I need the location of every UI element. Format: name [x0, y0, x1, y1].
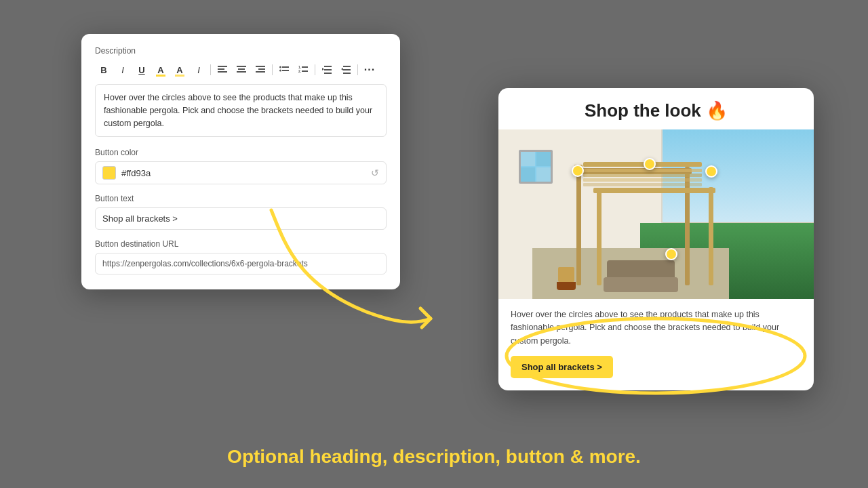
toolbar-divider — [210, 64, 211, 75]
button-color-label: Button color — [95, 148, 387, 157]
italic-button[interactable]: I — [114, 61, 132, 79]
beam-front-top — [593, 188, 715, 193]
hotspot-2[interactable] — [644, 158, 656, 170]
align-left-button[interactable] — [214, 61, 231, 79]
post-back-left — [576, 170, 581, 285]
svg-rect-22 — [343, 69, 351, 70]
align-center-button[interactable] — [233, 61, 250, 79]
refresh-icon[interactable]: ↺ — [371, 167, 379, 178]
svg-rect-17 — [324, 66, 332, 67]
button-text-label: Button text — [95, 194, 387, 203]
panel-label: Description — [95, 46, 387, 56]
svg-rect-21 — [343, 66, 351, 67]
plant-pot — [556, 267, 576, 291]
svg-rect-0 — [218, 66, 227, 67]
hotspot-3[interactable] — [705, 165, 717, 178]
preview-body: Hover over the circles above to see the … — [498, 299, 814, 390]
color-swatch — [102, 166, 116, 180]
toolbar-divider2 — [272, 64, 273, 75]
svg-rect-19 — [324, 73, 332, 74]
svg-rect-10 — [282, 66, 289, 68]
svg-rect-8 — [256, 71, 265, 73]
svg-marker-20 — [322, 68, 324, 70]
font-color-button[interactable]: A — [152, 61, 170, 79]
button-text-input[interactable] — [95, 207, 387, 230]
preview-button[interactable]: Shop all brackets > — [511, 356, 613, 378]
svg-rect-7 — [258, 68, 265, 70]
svg-rect-18 — [324, 69, 332, 70]
svg-rect-12 — [282, 70, 289, 71]
hotspot-4[interactable] — [665, 248, 677, 260]
post-front-left — [597, 190, 601, 285]
toolbar: B I U A A I 1.2. — [95, 61, 387, 79]
svg-rect-6 — [256, 66, 265, 67]
preview-heading: Shop the look 🔥 — [498, 88, 814, 129]
description-editor[interactable]: Hover over the circles above to see the … — [95, 84, 387, 137]
slat-row-2 — [583, 169, 702, 172]
svg-rect-4 — [238, 68, 245, 70]
color-hex-value: #ffd93a — [121, 168, 151, 178]
highlight-button[interactable]: A — [171, 61, 189, 79]
color-picker-row[interactable]: #ffd93a ↺ — [95, 161, 387, 184]
preview-panel: Shop the look 🔥 — [498, 88, 814, 390]
post-front-right — [709, 187, 713, 285]
underline-button[interactable]: U — [133, 61, 151, 79]
svg-rect-23 — [343, 73, 351, 74]
indent-in-button[interactable] — [337, 61, 355, 79]
preview-image — [498, 129, 814, 299]
button-url-label: Button destination URL — [95, 239, 387, 249]
svg-rect-3 — [237, 66, 246, 67]
svg-text:2.: 2. — [298, 69, 302, 73]
hotspot-1[interactable] — [572, 165, 584, 177]
slat-row-4 — [583, 178, 702, 182]
bold-button[interactable]: B — [95, 61, 113, 79]
svg-point-11 — [279, 70, 281, 72]
svg-marker-24 — [341, 68, 343, 70]
slat-row-1 — [583, 162, 702, 167]
button-url-input[interactable] — [95, 253, 387, 274]
bottom-tagline: Optional heading, description, button & … — [0, 446, 868, 468]
sofa-seat — [604, 277, 678, 292]
svg-rect-5 — [237, 71, 246, 73]
svg-rect-2 — [218, 71, 227, 73]
numbered-list-button[interactable]: 1.2. — [294, 61, 312, 79]
svg-rect-1 — [218, 68, 224, 70]
slat-row-3 — [583, 174, 702, 177]
italic2-button[interactable]: I — [190, 61, 208, 79]
bullet-list-button[interactable] — [275, 61, 293, 79]
window — [519, 150, 553, 184]
slat-row-5 — [583, 183, 702, 186]
svg-rect-14 — [302, 66, 308, 68]
svg-point-9 — [279, 66, 281, 68]
toolbar-divider3 — [315, 64, 315, 75]
more-options-button[interactable]: ··· — [361, 61, 378, 79]
toolbar-divider4 — [357, 64, 358, 75]
indent-out-button[interactable] — [318, 61, 336, 79]
svg-rect-16 — [302, 70, 308, 72]
align-right-button[interactable] — [252, 61, 269, 79]
preview-description: Hover over the circles above to see the … — [511, 308, 802, 348]
editor-panel: Description B I U A A I 1.2. — [81, 34, 400, 289]
